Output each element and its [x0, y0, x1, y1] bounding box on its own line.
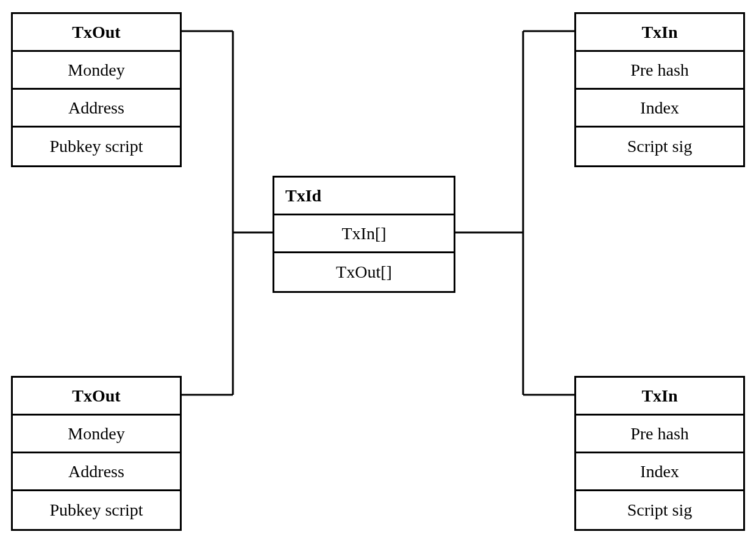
txout-bottom-field-0: Mondey: [13, 416, 180, 453]
txin-bottom-field-2: Script sig: [576, 491, 743, 529]
txout-top-field-2: Pubkey script: [13, 128, 180, 165]
txin-bottom-box: TxIn Pre hash Index Script sig: [574, 376, 745, 531]
txout-top-title: TxOut: [13, 14, 180, 52]
txid-field-1: TxOut[]: [274, 253, 454, 291]
txin-bottom-field-1: Index: [576, 453, 743, 491]
txout-top-field-0: Mondey: [13, 52, 180, 90]
txout-top-box: TxOut Mondey Address Pubkey script: [11, 12, 182, 167]
txout-bottom-field-2: Pubkey script: [13, 491, 180, 529]
txout-bottom-box: TxOut Mondey Address Pubkey script: [11, 376, 182, 531]
txin-top-box: TxIn Pre hash Index Script sig: [574, 12, 745, 167]
txid-box: TxId TxIn[] TxOut[]: [273, 176, 455, 293]
txin-bottom-title: TxIn: [576, 378, 743, 416]
txout-top-field-1: Address: [13, 90, 180, 128]
txin-bottom-field-0: Pre hash: [576, 416, 743, 453]
txin-top-field-0: Pre hash: [576, 52, 743, 90]
txin-top-title: TxIn: [576, 14, 743, 52]
txid-field-0: TxIn[]: [274, 215, 454, 253]
txout-bottom-field-1: Address: [13, 453, 180, 491]
txin-top-field-2: Script sig: [576, 128, 743, 165]
txout-bottom-title: TxOut: [13, 378, 180, 416]
txin-top-field-1: Index: [576, 90, 743, 128]
txid-title: TxId: [274, 178, 454, 215]
